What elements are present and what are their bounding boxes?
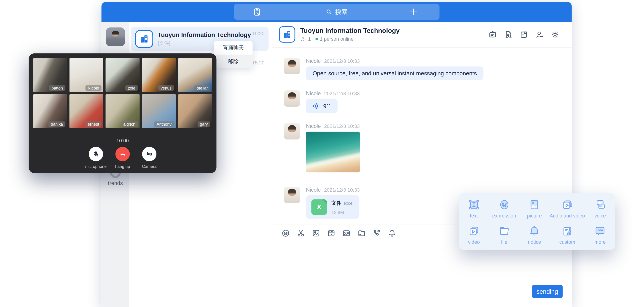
message-time: 2021/12/3 10:33 bbox=[324, 58, 360, 64]
emoji-icon[interactable] bbox=[281, 229, 290, 238]
file-bubble[interactable]: X 文件.excel 12.8M bbox=[306, 195, 359, 219]
microphone-toggle[interactable]: microphone bbox=[82, 147, 109, 169]
menu-item-pin-chat[interactable]: 置顶聊天 bbox=[214, 41, 253, 55]
call-log-button[interactable] bbox=[252, 7, 262, 18]
my-avatar[interactable] bbox=[106, 27, 125, 46]
panel-label: notice bbox=[528, 239, 541, 245]
participant-name: ernest bbox=[85, 121, 102, 127]
participant-video[interactable]: zoie bbox=[106, 58, 140, 92]
online-dot bbox=[315, 38, 318, 40]
notice-board-icon[interactable] bbox=[488, 30, 497, 39]
folder-icon[interactable] bbox=[357, 229, 366, 238]
sender-avatar[interactable] bbox=[284, 123, 300, 140]
chat-record-search-icon[interactable] bbox=[504, 30, 513, 39]
image-message-beach[interactable] bbox=[306, 132, 360, 172]
participant-name: Nicole bbox=[85, 85, 102, 91]
participant-video[interactable]: danika bbox=[33, 94, 67, 128]
participant-video[interactable]: Nicole bbox=[70, 58, 103, 92]
video-call-panel: patton Nicole zoie venus stellar danika … bbox=[29, 53, 216, 173]
conversation-time: 15:20 bbox=[252, 27, 264, 36]
file-icon bbox=[498, 225, 510, 237]
panel-item-text[interactable]: text bbox=[459, 195, 489, 222]
plus-icon bbox=[409, 7, 418, 16]
picture-icon bbox=[528, 198, 541, 211]
member-count: 1 bbox=[308, 36, 311, 42]
expression-icon bbox=[498, 198, 510, 211]
camera-toggle[interactable]: Camera bbox=[136, 147, 162, 169]
sender-name: Nicole bbox=[306, 90, 321, 96]
participant-video[interactable]: gary bbox=[178, 94, 212, 128]
building-icon bbox=[139, 33, 150, 44]
file-letter: X bbox=[317, 203, 321, 211]
participant-name: zoie bbox=[125, 85, 138, 91]
sender-avatar[interactable] bbox=[284, 58, 300, 74]
top-bar: 搜索 bbox=[102, 2, 572, 22]
voice-wave-icon bbox=[312, 102, 320, 110]
participant-video[interactable]: ernest bbox=[70, 94, 103, 128]
panel-label: video bbox=[468, 239, 480, 245]
add-button[interactable] bbox=[409, 7, 418, 18]
hang-up-label: hang up bbox=[109, 164, 136, 169]
add-member-icon[interactable] bbox=[535, 30, 544, 39]
chat-header: Tuoyun Information Technology 1 1 person… bbox=[272, 22, 572, 47]
video-icon bbox=[468, 225, 480, 237]
sender-avatar[interactable] bbox=[284, 187, 300, 203]
panel-item-custom[interactable]: custom bbox=[550, 222, 585, 248]
text-bubble[interactable]: Open source, free, and universal instant… bbox=[306, 66, 484, 80]
members-icon bbox=[300, 36, 306, 42]
panel-item-picture[interactable]: picture bbox=[519, 195, 550, 222]
panel-item-more[interactable]: more bbox=[585, 222, 615, 248]
panel-label: text bbox=[470, 213, 478, 218]
more-icon bbox=[594, 225, 606, 237]
panel-label: Audio and video bbox=[550, 213, 585, 218]
hang-up-icon bbox=[119, 150, 126, 158]
group-avatar bbox=[135, 30, 153, 48]
stage: 搜索 trends bbox=[0, 0, 644, 307]
settings-gear-icon[interactable] bbox=[551, 30, 560, 39]
participant-name: stellar bbox=[194, 85, 210, 91]
participant-name: gary bbox=[197, 121, 210, 127]
participant-video[interactable]: patton bbox=[33, 58, 67, 92]
message-input-area[interactable]: sending bbox=[272, 242, 572, 307]
call-timer: 10:00 bbox=[29, 138, 216, 143]
file-name: 文件 bbox=[332, 200, 341, 206]
panel-label: more bbox=[594, 239, 606, 245]
voice-icon bbox=[594, 198, 606, 211]
send-button[interactable]: sending bbox=[532, 285, 563, 298]
file-doc-icon[interactable] bbox=[520, 30, 528, 39]
screenshot-scissors-icon[interactable] bbox=[296, 229, 305, 238]
participant-video[interactable]: stellar bbox=[178, 58, 212, 92]
panel-label: custom bbox=[560, 239, 575, 245]
participant-video[interactable]: Anthony bbox=[142, 94, 176, 128]
text-icon bbox=[468, 198, 480, 211]
mic-off-icon bbox=[92, 151, 100, 158]
message-text: Nicole 2021/12/3 10:33 Open source, free… bbox=[272, 58, 572, 80]
av-call-icon[interactable] bbox=[372, 229, 381, 238]
menu-item-remove[interactable]: 移除 bbox=[214, 55, 253, 68]
panel-label: expression bbox=[492, 213, 516, 218]
search-input[interactable]: 搜索 bbox=[326, 8, 348, 16]
panel-item-video[interactable]: video bbox=[459, 222, 489, 248]
panel-item-audio-video[interactable]: Audio and video bbox=[550, 195, 585, 222]
sender-name: Nicole bbox=[306, 187, 321, 193]
panel-item-file[interactable]: file bbox=[489, 222, 519, 248]
search-bar[interactable]: 搜索 bbox=[234, 4, 439, 20]
picture-icon[interactable] bbox=[312, 229, 320, 238]
file-ext: .excel bbox=[342, 201, 353, 206]
participant-video[interactable]: aldrich bbox=[106, 94, 140, 128]
microphone-label: microphone bbox=[82, 164, 109, 169]
notification-bell-icon[interactable] bbox=[388, 229, 396, 238]
camera-label: Camera bbox=[136, 164, 162, 169]
panel-item-notice[interactable]: notice bbox=[519, 222, 550, 248]
hang-up-button[interactable]: hang up bbox=[109, 147, 136, 169]
participant-video[interactable]: venus bbox=[142, 58, 176, 92]
participant-name: Anthony bbox=[154, 121, 174, 127]
voice-bubble[interactable]: 9`` bbox=[306, 99, 338, 113]
contact-card-icon[interactable] bbox=[342, 229, 351, 238]
participant-grid: patton Nicole zoie venus stellar danika … bbox=[33, 58, 212, 128]
video-clip-icon[interactable] bbox=[327, 229, 336, 238]
participant-name: venus bbox=[158, 85, 174, 91]
panel-item-voice[interactable]: voice bbox=[585, 195, 615, 222]
sender-avatar[interactable] bbox=[284, 90, 300, 107]
panel-item-expression[interactable]: expression bbox=[489, 195, 519, 222]
